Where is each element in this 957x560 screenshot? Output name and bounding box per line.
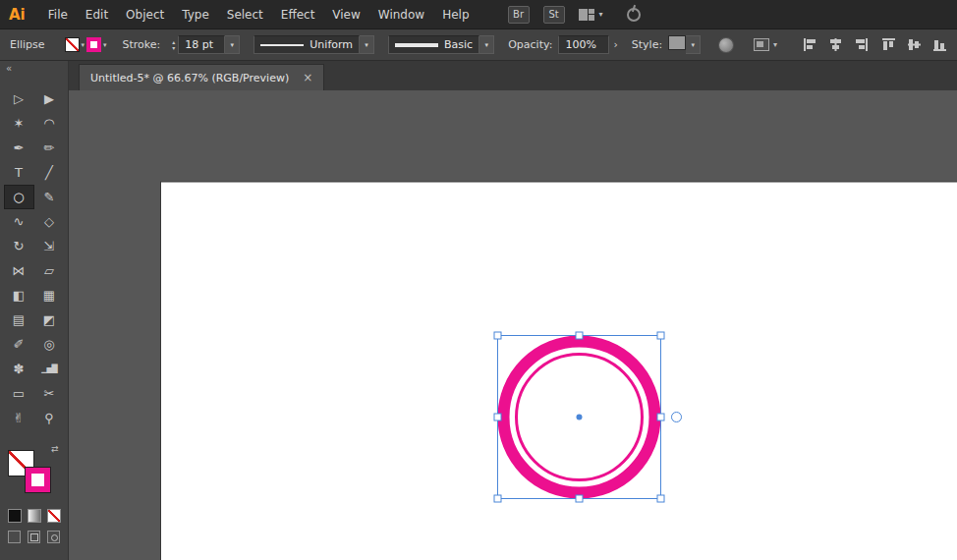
handle-bottom-center[interactable] bbox=[576, 495, 583, 502]
mesh-tool-icon: ▤ bbox=[13, 312, 25, 327]
brush-dropdown[interactable]: ▾ bbox=[479, 35, 494, 54]
style-dropdown[interactable]: ▾ bbox=[686, 35, 701, 54]
tool-rotate[interactable]: ↻ bbox=[4, 234, 34, 258]
tool-column-graph[interactable]: ▁▅█ bbox=[34, 357, 65, 381]
menu-help[interactable]: Help bbox=[433, 8, 478, 22]
document-tab[interactable]: Untitled-5* @ 66.67% (RGB/Preview) × bbox=[79, 64, 324, 90]
opacity-value: 100% bbox=[565, 38, 595, 51]
tool-curvature[interactable]: ✏ bbox=[34, 136, 65, 160]
tool-line-segment[interactable]: ╱ bbox=[34, 160, 65, 185]
recolor-artwork-icon[interactable] bbox=[718, 37, 734, 53]
canvas-area[interactable] bbox=[69, 90, 957, 560]
stroke-color-swatch[interactable] bbox=[86, 37, 101, 52]
tool-selection[interactable]: ▷ bbox=[4, 86, 34, 111]
menu-select[interactable]: Select bbox=[218, 8, 272, 22]
menu-file[interactable]: File bbox=[39, 8, 77, 22]
tool-scale[interactable]: ⇲ bbox=[34, 234, 65, 258]
tool-mesh[interactable]: ▤ bbox=[4, 308, 34, 332]
tool-direct-selection[interactable]: ▶ bbox=[34, 86, 65, 111]
align-horizontal-left-icon[interactable] bbox=[803, 37, 817, 52]
tool-ellipse[interactable]: ○ bbox=[4, 185, 34, 209]
artboard[interactable] bbox=[160, 182, 957, 560]
swap-fill-stroke-icon[interactable]: ⇄ bbox=[51, 444, 59, 454]
tool-eyedropper[interactable]: ✐ bbox=[4, 332, 34, 357]
handle-bottom-left[interactable] bbox=[494, 495, 501, 502]
draw-inside-button[interactable] bbox=[47, 531, 60, 543]
stepper-down-icon[interactable]: ▾ bbox=[172, 45, 175, 51]
tool-magic-wand[interactable]: ✶ bbox=[4, 111, 34, 136]
tool-slice[interactable]: ✂ bbox=[34, 381, 65, 406]
tool-width[interactable]: ⋈ bbox=[4, 258, 34, 283]
stroke-weight-label: Stroke: bbox=[123, 38, 161, 51]
close-tab-icon[interactable]: × bbox=[303, 71, 312, 84]
transform-panel-icon[interactable] bbox=[754, 38, 769, 51]
tool-pen[interactable]: ✒ bbox=[4, 136, 34, 160]
document-tab-strip: Untitled-5* @ 66.67% (RGB/Preview) × bbox=[69, 61, 957, 90]
align-vertical-bottom-icon[interactable] bbox=[932, 37, 947, 52]
tool-symbol-sprayer[interactable]: ✽ bbox=[4, 357, 34, 381]
shape-builder-tool-icon: ◧ bbox=[13, 288, 25, 303]
width-profile-dropdown[interactable]: ▾ bbox=[360, 35, 374, 54]
lasso-tool-icon: ◠ bbox=[43, 116, 54, 131]
stroke-weight-stepper[interactable]: ▴ ▾ bbox=[172, 39, 175, 51]
tool-type[interactable]: T bbox=[4, 160, 34, 185]
menu-view[interactable]: View bbox=[323, 8, 368, 22]
handle-top-center[interactable] bbox=[576, 332, 583, 339]
draw-normal-button[interactable] bbox=[8, 531, 21, 543]
tool-lasso[interactable]: ◠ bbox=[34, 111, 65, 136]
transform-chevron-icon[interactable]: ▾ bbox=[773, 40, 777, 49]
tool-perspective-grid[interactable]: ▦ bbox=[34, 283, 65, 308]
align-horizontal-right-icon[interactable] bbox=[854, 37, 869, 52]
tool-artboard[interactable]: ▭ bbox=[4, 381, 34, 406]
tool-shaper[interactable]: ∿ bbox=[4, 209, 34, 234]
menu-edit[interactable]: Edit bbox=[77, 8, 117, 22]
handle-top-right[interactable] bbox=[657, 332, 664, 339]
menu-effect[interactable]: Effect bbox=[272, 8, 324, 22]
shape-center-point[interactable] bbox=[577, 415, 583, 420]
style-swatch[interactable] bbox=[668, 35, 686, 50]
width-profile-field[interactable]: Uniform bbox=[253, 35, 360, 54]
handle-middle-right[interactable] bbox=[657, 414, 664, 420]
stroke-swatch-pink[interactable] bbox=[25, 467, 51, 493]
fill-color-swatch[interactable] bbox=[65, 37, 80, 52]
draw-behind-button[interactable] bbox=[28, 531, 40, 543]
fill-chevron-icon[interactable]: ▾ bbox=[82, 41, 85, 49]
tool-blend[interactable]: ◎ bbox=[34, 332, 65, 357]
color-button[interactable] bbox=[8, 509, 22, 523]
stock-button[interactable]: St bbox=[543, 6, 565, 24]
arrange-documents-button[interactable]: ▾ bbox=[579, 9, 603, 21]
vertical-align-group bbox=[881, 37, 947, 52]
opacity-popout-icon[interactable]: › bbox=[613, 38, 617, 51]
artboard-tool-icon: ▭ bbox=[13, 386, 25, 401]
stroke-weight-field[interactable]: 18 pt bbox=[178, 35, 225, 54]
align-vertical-top-icon[interactable] bbox=[881, 37, 896, 52]
zoom-tool-icon: ⚲ bbox=[44, 411, 54, 425]
tool-shape-builder[interactable]: ◧ bbox=[4, 283, 34, 308]
eyedropper-tool-icon: ✐ bbox=[14, 337, 25, 352]
handle-middle-left[interactable] bbox=[494, 414, 501, 420]
menu-object[interactable]: Object bbox=[117, 8, 173, 22]
gpu-performance-icon[interactable] bbox=[627, 8, 641, 22]
collapse-panel-icon[interactable]: « bbox=[0, 61, 68, 79]
tool-eraser[interactable]: ◇ bbox=[34, 209, 65, 234]
align-horizontal-center-icon[interactable] bbox=[828, 37, 843, 52]
brush-field[interactable]: Basic bbox=[388, 35, 479, 54]
menu-type[interactable]: Type bbox=[173, 8, 218, 22]
bridge-button[interactable]: Br bbox=[508, 6, 530, 24]
live-shape-widget[interactable] bbox=[672, 413, 682, 422]
opacity-field[interactable]: 100% bbox=[558, 35, 609, 54]
handle-top-left[interactable] bbox=[494, 332, 501, 339]
align-vertical-center-icon[interactable] bbox=[907, 37, 922, 52]
stroke-weight-dropdown[interactable]: ▾ bbox=[225, 35, 240, 54]
none-button[interactable] bbox=[47, 509, 61, 523]
menu-window[interactable]: Window bbox=[369, 8, 433, 22]
app-logo: Ai bbox=[0, 6, 39, 24]
tool-free-transform[interactable]: ▱ bbox=[34, 258, 65, 283]
tool-hand[interactable]: ✌ bbox=[4, 406, 34, 430]
tool-paintbrush[interactable]: ✎ bbox=[34, 185, 65, 209]
handle-bottom-right[interactable] bbox=[657, 495, 664, 502]
tool-gradient[interactable]: ◩ bbox=[34, 308, 65, 332]
stroke-chevron-icon[interactable]: ▾ bbox=[103, 41, 107, 49]
tool-zoom[interactable]: ⚲ bbox=[34, 406, 65, 430]
gradient-button[interactable] bbox=[28, 509, 41, 523]
